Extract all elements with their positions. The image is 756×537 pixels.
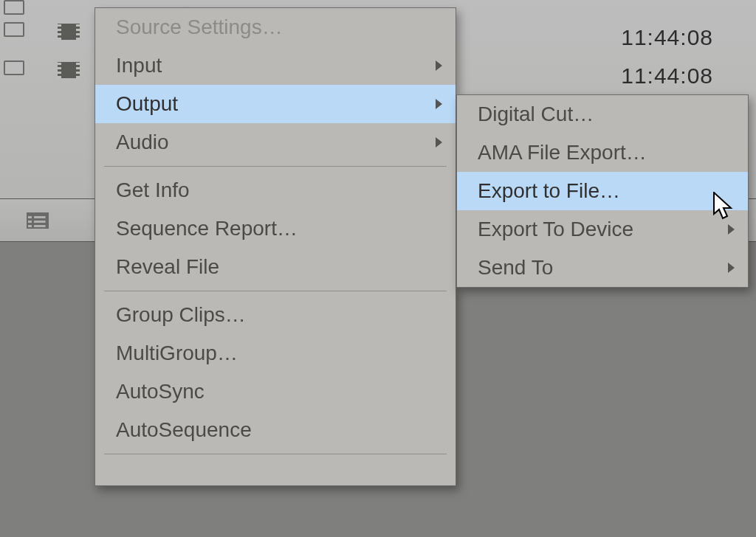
submenu-item-digital-cut[interactable]: Digital Cut… (457, 95, 748, 134)
window: 11:44:08 11:44:08 Source Settings… Input… (0, 0, 756, 537)
menu-item-input[interactable]: Input (95, 46, 456, 85)
menu-item-get-info[interactable]: Get Info (95, 171, 456, 209)
menu-item-label: Export To Device (478, 218, 633, 240)
menu-item-label: Source Settings… (116, 15, 283, 38)
menu-item-source-settings: Source Settings… (95, 8, 456, 46)
menu-item-label: Output (116, 92, 178, 115)
menu-item-label: AutoSequence (116, 418, 252, 441)
context-menu: Source Settings… Input Output Audio Get … (94, 7, 456, 486)
clip-rect-icon (4, 0, 24, 15)
menu-item-label: AutoSync (116, 380, 205, 403)
menu-item-output[interactable]: Output (95, 85, 456, 123)
menu-item-label: AMA File Export… (478, 141, 647, 164)
clip-rect-icon (4, 60, 24, 75)
output-submenu: Digital Cut… AMA File Export… Export to … (456, 94, 749, 288)
menu-item-label: Export to File… (478, 179, 620, 202)
timecode-cell: 11:44:08 (621, 25, 713, 50)
menu-separator (104, 454, 447, 454)
menu-item-group-clips[interactable]: Group Clips… (95, 296, 456, 334)
menu-item-label: Digital Cut… (478, 103, 594, 125)
menu-separator (104, 166, 447, 167)
menu-item-sequence-report[interactable]: Sequence Report… (95, 209, 456, 248)
timecode-cell: 11:44:08 (621, 63, 713, 89)
menu-item-label: MultiGroup… (116, 342, 238, 364)
submenu-item-ama-file-export[interactable]: AMA File Export… (457, 134, 748, 172)
menu-separator (104, 291, 447, 291)
submenu-arrow-icon (436, 60, 442, 71)
menu-item-autosequence[interactable]: AutoSequence (95, 411, 456, 449)
menu-item-audio[interactable]: Audio (95, 123, 456, 162)
submenu-item-export-to-device[interactable]: Export To Device (457, 210, 748, 249)
film-strip-icon (58, 24, 80, 40)
menu-item-label: Reveal File (116, 255, 219, 278)
menu-item-autosync[interactable]: AutoSync (95, 373, 456, 411)
submenu-item-export-to-file[interactable]: Export to File… (457, 172, 748, 210)
film-strip-icon (58, 62, 80, 78)
menu-item-multigroup[interactable]: MultiGroup… (95, 334, 456, 373)
menu-item-label: Group Clips… (116, 303, 246, 326)
menu-item-reveal-file[interactable]: Reveal File (95, 248, 456, 286)
submenu-arrow-icon (436, 99, 442, 109)
submenu-item-send-to[interactable]: Send To (457, 249, 748, 287)
submenu-arrow-icon (436, 137, 442, 148)
menu-item-label: Get Info (116, 179, 190, 201)
menu-item-label: Input (116, 54, 162, 77)
menu-item-label: Sequence Report… (116, 217, 298, 240)
clip-rect-icon (4, 22, 24, 37)
list-view-icon[interactable] (27, 212, 49, 229)
menu-item-label: Send To (478, 256, 553, 279)
submenu-arrow-icon (728, 224, 735, 235)
menu-item-label: Audio (116, 131, 169, 153)
submenu-arrow-icon (728, 263, 735, 273)
menu-item-truncated (95, 459, 456, 485)
